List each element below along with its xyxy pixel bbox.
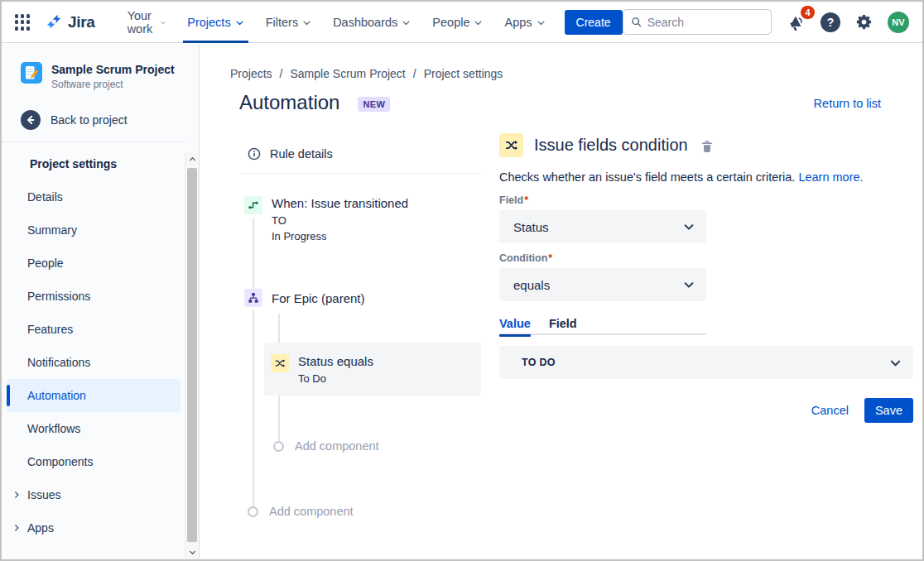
save-button[interactable]: Save xyxy=(864,398,913,423)
scroll-up-icon[interactable] xyxy=(185,152,199,166)
field-dropdown[interactable]: Status xyxy=(499,210,706,243)
panel-description: Checks whether an issue's field meets a … xyxy=(499,170,864,184)
condition-label: Condition* xyxy=(499,252,552,264)
project-settings-menu: Project settings Details Summary People … xyxy=(2,142,199,549)
nav-item-your-work[interactable]: Your work xyxy=(117,2,177,43)
search-box[interactable] xyxy=(623,9,772,35)
create-button[interactable]: Create xyxy=(565,10,623,35)
sidebar-item-features[interactable]: Features xyxy=(2,313,182,346)
rule-tree-divider xyxy=(241,173,481,174)
main-content: Projects / Sample Scrum Project / Projec… xyxy=(200,44,922,559)
tab-value[interactable]: Value xyxy=(499,317,531,337)
add-component-nested[interactable]: Add component xyxy=(273,439,379,453)
back-to-project[interactable]: Back to project xyxy=(2,95,199,141)
nav-item-projects[interactable]: Projects xyxy=(176,2,254,43)
branch-node[interactable]: For Epic (parent) xyxy=(244,289,365,307)
sidebar-scrollbar[interactable] xyxy=(185,152,199,559)
chevron-down-icon xyxy=(302,18,311,27)
required-marker: * xyxy=(524,194,528,206)
chevron-down-icon xyxy=(474,18,483,27)
delete-condition-button[interactable] xyxy=(700,140,714,153)
search-input[interactable] xyxy=(647,16,763,29)
jira-logo-text: Jira xyxy=(68,13,95,31)
nav-item-filters[interactable]: Filters xyxy=(255,2,322,43)
rule-details-item[interactable]: Rule details xyxy=(248,147,333,161)
project-name: Sample Scrum Project xyxy=(51,62,175,77)
back-arrow-icon xyxy=(21,110,41,130)
chevron-down-icon xyxy=(537,18,546,27)
learn-more-link[interactable]: Learn more. xyxy=(798,170,863,184)
branch-title: For Epic (parent) xyxy=(272,291,365,305)
sidebar-item-components[interactable]: Components xyxy=(2,445,182,478)
chevron-down-icon xyxy=(683,221,695,233)
sidebar: Sample Scrum Project Software project Ba… xyxy=(2,44,200,559)
primary-nav: Your work Projects Filters Dashboards Pe… xyxy=(117,2,556,43)
breadcrumb-project-settings[interactable]: Project settings xyxy=(424,67,503,80)
condition-dropdown[interactable]: equals xyxy=(499,268,706,301)
breadcrumb-project-name[interactable]: Sample Scrum Project xyxy=(290,67,405,80)
field-label: Field* xyxy=(499,194,528,206)
sidebar-item-workflows[interactable]: Workflows xyxy=(2,412,182,445)
project-header: Sample Scrum Project Software project xyxy=(2,44,199,95)
notification-count-badge: 4 xyxy=(801,6,815,19)
sidebar-item-notifications[interactable]: Notifications xyxy=(2,346,182,379)
chevron-down-icon xyxy=(235,18,244,27)
breadcrumb: Projects / Sample Scrum Project / Projec… xyxy=(230,67,503,80)
new-badge: NEW xyxy=(358,97,390,112)
breadcrumb-separator: / xyxy=(280,67,283,80)
branch-icon xyxy=(244,289,262,307)
sidebar-item-permissions[interactable]: Permissions xyxy=(2,280,182,313)
chevron-down-icon xyxy=(161,18,166,27)
condition-title: Status equals xyxy=(298,354,373,368)
sidebar-item-people[interactable]: People xyxy=(2,247,182,280)
cancel-button[interactable]: Cancel xyxy=(811,404,849,417)
jira-logo[interactable]: Jira xyxy=(45,13,95,31)
app-switcher-icon[interactable] xyxy=(15,14,30,31)
tree-connector xyxy=(253,310,254,507)
nav-item-people[interactable]: People xyxy=(421,2,493,43)
help-button[interactable]: ? xyxy=(821,12,840,32)
required-marker: * xyxy=(548,252,552,264)
page-title: Automation xyxy=(239,91,339,114)
scrollbar-thumb[interactable] xyxy=(187,168,197,542)
chevron-down-icon xyxy=(402,18,411,27)
return-to-list-link[interactable]: Return to list xyxy=(814,97,881,110)
condition-node-selected[interactable]: Status equals To Do xyxy=(264,343,481,396)
value-dropdown[interactable]: TO DO xyxy=(499,346,913,379)
project-type: Software project xyxy=(51,79,175,90)
notifications-button[interactable]: 4 xyxy=(787,12,806,32)
scroll-down-icon[interactable] xyxy=(185,545,199,559)
transition-icon xyxy=(244,196,262,214)
trigger-detail-status: In Progress xyxy=(272,229,408,244)
gear-icon xyxy=(854,12,873,31)
sidebar-item-summary[interactable]: Summary xyxy=(2,213,182,247)
sidebar-item-details[interactable]: Details xyxy=(2,180,182,213)
add-component-outer[interactable]: Add component xyxy=(248,505,354,518)
settings-button[interactable] xyxy=(854,12,873,31)
search-icon xyxy=(631,16,642,28)
nav-item-dashboards[interactable]: Dashboards xyxy=(322,2,421,43)
add-component-circle-icon xyxy=(248,506,258,517)
info-icon xyxy=(248,147,261,161)
project-avatar-icon xyxy=(21,62,42,84)
help-icon: ? xyxy=(821,12,840,32)
avatar[interactable]: NV xyxy=(888,12,909,33)
chevron-right-icon xyxy=(12,491,21,499)
shuffle-icon xyxy=(271,354,289,372)
trigger-title: When: Issue transitioned xyxy=(272,196,408,210)
breadcrumb-separator: / xyxy=(413,67,416,80)
sidebar-heading: Project settings xyxy=(2,147,182,180)
sidebar-item-automation[interactable]: Automation xyxy=(7,379,180,412)
breadcrumb-projects[interactable]: Projects xyxy=(230,67,272,80)
add-component-circle-icon xyxy=(273,441,284,452)
sidebar-item-issues[interactable]: Issues xyxy=(2,478,182,511)
nav-item-apps[interactable]: Apps xyxy=(493,2,556,43)
shuffle-icon xyxy=(499,133,523,157)
condition-subtitle: To Do xyxy=(298,372,373,386)
chevron-down-icon xyxy=(889,357,902,369)
trigger-node[interactable]: When: Issue transitioned TO In Progress xyxy=(244,196,408,243)
top-navigation: Jira Your work Projects Filters Dashboar… xyxy=(2,2,922,43)
jira-logo-icon xyxy=(45,13,63,31)
chevron-right-icon xyxy=(12,524,21,532)
sidebar-item-apps[interactable]: Apps xyxy=(2,511,182,544)
